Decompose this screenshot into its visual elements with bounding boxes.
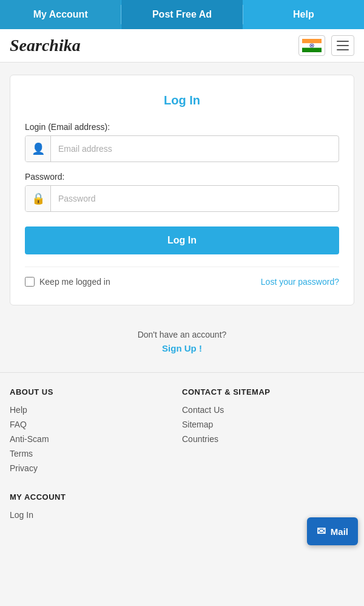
logo: Searchika [10,36,81,55]
footer: ABOUT US Help FAQ Anti-Scam Terms Privac… [0,372,364,534]
login-footer: Keep me logged in Lost your password? [25,267,339,287]
footer-link-login[interactable]: Log In [10,510,354,520]
menu-button[interactable] [331,35,354,56]
footer-my-account: MY ACCOUNT Log In [10,492,354,520]
footer-link-contact-us[interactable]: Contact Us [182,405,354,415]
header-right [298,35,354,56]
password-group: Password: 🔒 [25,172,339,212]
nav-post-free-ad[interactable]: Post Free Ad [121,0,242,29]
menu-icon-line1 [337,41,349,42]
footer-link-terms[interactable]: Terms [10,449,182,458]
mail-button-label: Mail [331,526,348,537]
india-flag-icon [302,39,322,52]
footer-link-sitemap[interactable]: Sitemap [182,420,354,429]
menu-icon-line2 [337,45,349,46]
header: Searchika [0,29,364,63]
nav-help[interactable]: Help [243,0,364,29]
signup-link[interactable]: Sign Up ! [162,343,202,353]
remember-me-checkbox[interactable] [25,277,35,287]
email-input-wrapper: 👤 [25,135,339,162]
svg-rect-2 [302,48,322,52]
mail-button[interactable]: ✉ Mail [307,517,358,545]
login-title: Log In [25,94,339,107]
lock-icon: 🔒 [25,186,51,211]
email-label: Login (Email address): [25,122,339,132]
flag-button[interactable] [298,35,325,56]
login-card: Log In Login (Email address): 👤 Password… [10,75,354,305]
signup-section: Don't have an account? Sign Up ! [0,318,364,372]
footer-contact-col: CONTACT & SITEMAP Contact Us Sitemap Cou… [182,387,354,478]
login-button[interactable]: Log In [25,226,339,254]
password-input-wrapper: 🔒 [25,185,339,212]
mail-icon: ✉ [317,525,326,538]
menu-icon-line3 [337,49,349,50]
footer-about-col: ABOUT US Help FAQ Anti-Scam Terms Privac… [10,387,182,478]
email-group: Login (Email address): 👤 [25,122,339,162]
nav-my-account[interactable]: My Account [0,0,121,29]
signup-prompt: Don't have an account? [0,330,364,339]
about-heading: ABOUT US [10,387,182,397]
user-icon: 👤 [25,136,51,162]
footer-link-privacy[interactable]: Privacy [10,463,182,473]
top-nav: My Account Post Free Ad Help [0,0,364,29]
contact-heading: CONTACT & SITEMAP [182,387,354,397]
password-input[interactable] [51,188,339,209]
footer-link-faq[interactable]: FAQ [10,420,182,429]
svg-rect-0 [302,39,322,43]
email-input[interactable] [51,138,339,160]
footer-columns: ABOUT US Help FAQ Anti-Scam Terms Privac… [10,387,354,478]
footer-link-anti-scam[interactable]: Anti-Scam [10,434,182,444]
my-account-heading: MY ACCOUNT [10,492,354,502]
footer-link-countries[interactable]: Countries [182,434,354,444]
remember-me-text: Keep me logged in [39,277,110,287]
remember-me-label[interactable]: Keep me logged in [25,277,110,287]
lost-password-link[interactable]: Lost your password? [261,277,339,287]
password-label: Password: [25,172,339,182]
footer-link-help[interactable]: Help [10,405,182,415]
